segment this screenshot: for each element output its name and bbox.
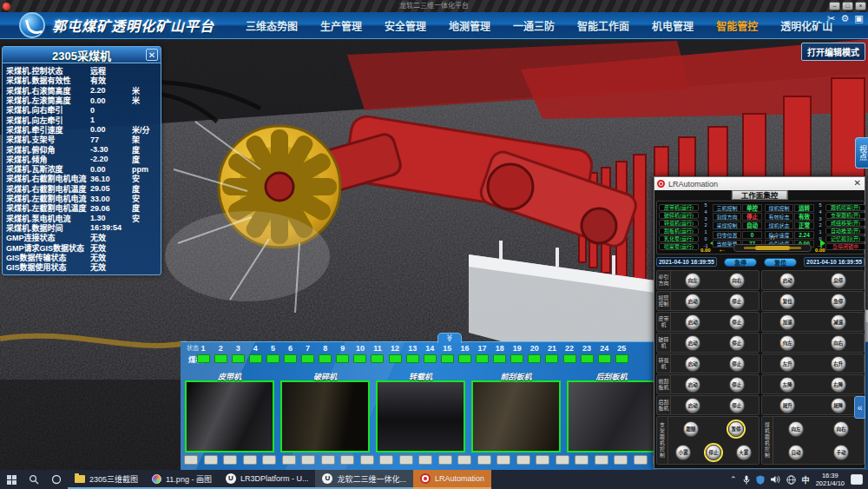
status-button-left[interactable]: 破碎机(运行) [659,212,699,219]
microphone-icon[interactable] [743,475,750,485]
control-button[interactable]: 向右 [833,421,849,437]
lr-titlebar[interactable]: LRAutomation ✕ [654,177,865,190]
support-square[interactable] [379,455,393,465]
camera-feed[interactable]: 后刮板机 [567,371,656,453]
control-button[interactable]: 停止 [706,445,721,460]
status-button-right[interactable]: 记忆截割(开) [825,235,865,242]
support-square[interactable] [516,455,530,465]
control-button[interactable]: 停止 [729,335,745,351]
status-button-right[interactable]: 成组移架(开) [825,220,865,227]
fullscreen-icon[interactable]: ▣ [853,13,865,24]
camera-feed[interactable]: 破碎机 [280,371,370,453]
status-button-left[interactable]: 乳化泵(运行) [659,235,699,242]
control-button[interactable]: 停止 [729,294,745,309]
support-square[interactable] [262,455,276,465]
control-button[interactable]: 左升 [779,356,795,372]
control-button[interactable]: 启动 [685,356,700,372]
control-button[interactable]: 向左 [788,421,804,437]
control-button[interactable]: 摇降 [831,398,846,413]
nav-item-4[interactable]: 地测管理 [449,18,490,33]
status-button-left[interactable]: 刮板机(运行) [659,228,699,235]
control-button[interactable]: 左降 [779,377,795,393]
support-square[interactable] [496,455,510,465]
nav-item-2[interactable]: 生产管理 [320,18,362,33]
collapse-panel-button[interactable]: ≫ [437,333,462,343]
machine-status-square[interactable] [493,354,506,363]
maximize-button[interactable]: □ [842,2,853,10]
machine-status-square[interactable] [249,354,262,363]
network-globe-icon[interactable] [786,475,796,485]
support-square[interactable] [223,455,237,465]
start-button[interactable] [0,470,23,489]
camera-image[interactable] [376,380,465,453]
support-square[interactable] [321,455,335,465]
control-button[interactable]: 启动 [685,335,700,351]
machine-status-square[interactable] [406,354,419,363]
close-icon[interactable]: ✕ [146,49,158,61]
camera-image[interactable] [567,380,656,453]
camera-image[interactable] [185,380,274,453]
open-edit-mode-button[interactable]: 打开编辑模式 [801,43,865,61]
machine-status-square[interactable] [563,354,576,363]
cortana-button[interactable] [45,470,68,489]
speaker-icon[interactable] [771,475,780,484]
minimize-button[interactable]: – [829,2,840,10]
nav-item-3[interactable]: 安全管理 [385,18,426,33]
nav-item-1[interactable]: 三维态势图 [246,18,298,33]
shield-icon[interactable] [756,475,765,485]
control-button[interactable]: 急停 [831,294,846,309]
control-button[interactable]: 复位 [779,294,795,309]
machine-status-square[interactable] [301,354,314,363]
support-square[interactable] [360,455,374,465]
support-square[interactable] [340,455,354,465]
machine-status-square[interactable] [424,354,437,363]
machine-status-square[interactable] [598,354,611,363]
machine-status-square[interactable] [441,354,454,363]
titlebar[interactable]: 龙软二三维一体化平台 –□× [0,0,868,12]
close-button[interactable]: × [855,2,866,10]
taskbar-app[interactable]: 11.png - 画图 [145,470,219,489]
control-button[interactable]: 减速 [831,314,846,330]
nav-item-8[interactable]: 智能管控 [716,18,758,33]
status-button-right[interactable]: 自动推溜(开) [825,228,865,235]
status-button-right[interactable]: 支架跟机(开) [825,212,865,219]
ime-indicator[interactable]: 中 [802,474,810,486]
camera-feed[interactable]: 前刮板机 [471,371,561,453]
control-button[interactable]: 自动 [788,445,804,460]
status-button-left[interactable]: 转载机(运行) [659,220,699,227]
camera-image[interactable] [471,380,561,453]
tools-icon[interactable]: ✂ [825,13,837,24]
machine-status-square[interactable] [476,354,489,363]
control-button[interactable]: 启动 [685,314,700,330]
control-button[interactable]: 停止 [729,377,745,393]
machine-status-square[interactable] [319,354,332,363]
machine-status-square[interactable] [458,354,471,363]
support-square[interactable] [575,455,589,465]
status-button-right[interactable]: 跟机喷雾(开) [825,204,865,211]
notification-center-icon[interactable] [851,474,863,485]
machine-status-square[interactable] [371,354,384,363]
machine-status-square[interactable] [545,354,558,363]
support-square[interactable] [301,455,315,465]
machine-status-square[interactable] [581,354,594,363]
control-button[interactable]: 大雾 [736,445,752,460]
machine-status-square[interactable] [510,354,523,363]
taskbar-app[interactable]: U龙软二三维一体化... [315,470,413,489]
reset-button[interactable]: 复位 [764,258,797,267]
machine-status-square[interactable] [353,354,366,363]
nav-item-5[interactable]: 一通三防 [513,18,555,33]
status-button-left[interactable]: 皮带机(运行) [659,204,699,211]
control-button[interactable]: 停止 [729,356,745,372]
support-square[interactable] [614,455,628,465]
control-button[interactable]: 停止 [729,398,745,413]
support-square[interactable] [438,455,452,465]
control-button[interactable]: 启动 [779,273,795,288]
control-button[interactable]: 向右 [831,335,846,351]
camera-feed[interactable]: 转载机 [376,371,465,453]
taskbar-app[interactable]: 2305三维截图 [68,470,145,489]
machine-status-square[interactable] [266,354,279,363]
control-button[interactable]: 手动 [833,445,849,460]
tray-chevron-up-icon[interactable]: ⌃ [730,475,737,484]
control-button[interactable]: 向右 [729,273,745,288]
machine-status-square[interactable] [214,354,227,363]
